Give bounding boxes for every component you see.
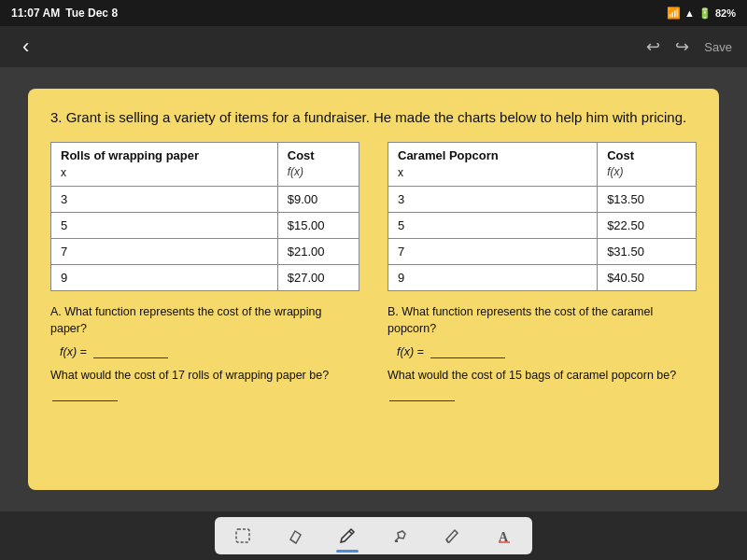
question-a-followup: What would the cost of 17 rolls of wrapp…: [50, 368, 359, 401]
question-text: Grant is selling a variety of items for …: [66, 109, 686, 125]
question-a-formula-label: f(x) =: [60, 345, 87, 358]
table-b-x-cell: 3: [388, 187, 598, 213]
question-a-followup-blank[interactable]: [52, 385, 118, 402]
svg-rect-0: [236, 529, 249, 542]
question-a-block: A. What function represents the cost of …: [50, 304, 359, 401]
eraser-tool[interactable]: [278, 523, 312, 549]
svg-line-1: [290, 539, 296, 543]
table-b-fx-cell: $31.50: [598, 239, 697, 265]
tables-section: Rolls of wrapping paper x Cost f(x) 3$9.…: [50, 142, 697, 291]
question-b-answer-blank[interactable]: [430, 344, 505, 358]
pen-tool[interactable]: [331, 523, 364, 549]
question-card: 3. Grant is selling a variety of items f…: [28, 89, 719, 490]
table-a-col2-header: Cost f(x): [277, 143, 359, 187]
table-row: 5$15.00: [51, 213, 359, 239]
table-a-fx-cell: $15.00: [277, 213, 359, 239]
table-row: 3$9.00: [51, 187, 359, 213]
table-a-block: Rolls of wrapping paper x Cost f(x) 3$9.…: [50, 142, 359, 291]
battery-icon: 🔋: [698, 7, 712, 20]
table-a-fx-cell: $9.00: [277, 187, 359, 213]
table-a-x-cell: 3: [51, 187, 278, 213]
svg-line-4: [446, 539, 448, 542]
table-row: 7$31.50: [388, 239, 697, 265]
table-b-x-cell: 7: [388, 239, 598, 265]
question-b-followup: What would the cost of 15 bags of carame…: [388, 368, 697, 401]
table-b-fx-cell: $22.50: [598, 213, 697, 239]
question-b-label: B. What function represents the cost of …: [388, 304, 697, 337]
table-row: 7$21.00: [51, 239, 359, 265]
table-b-col2-header: Cost f(x): [598, 143, 697, 187]
svg-line-2: [349, 531, 352, 534]
table-b-x-cell: 9: [388, 265, 598, 291]
date: Tue Dec 8: [65, 7, 118, 20]
select-tool[interactable]: [226, 523, 260, 549]
table-b-x-cell: 5: [388, 213, 598, 239]
table-a-col1-header: Rolls of wrapping paper x: [51, 143, 278, 187]
table-row: 9$27.00: [51, 265, 359, 291]
table-a: Rolls of wrapping paper x Cost f(x) 3$9.…: [50, 142, 359, 291]
question-b-block: B. What function represents the cost of …: [388, 304, 697, 401]
wifi-icon: 📶: [667, 7, 681, 20]
table-a-fx-cell: $27.00: [277, 265, 359, 291]
table-a-x-cell: 9: [51, 265, 278, 291]
table-row: 3$13.50: [388, 187, 697, 213]
question-b-formula: f(x) =: [388, 344, 697, 358]
table-b-block: Caramel Popcorn x Cost f(x) 3$13.505$22.…: [388, 142, 697, 291]
time: 11:07 AM: [11, 7, 60, 20]
table-b-fx-cell: $40.50: [598, 265, 697, 291]
highlighter-tool[interactable]: [383, 523, 416, 549]
main-content: 3. Grant is selling a variety of items f…: [0, 67, 747, 511]
table-b: Caramel Popcorn x Cost f(x) 3$13.505$22.…: [388, 142, 697, 291]
table-a-x-cell: 5: [51, 213, 278, 239]
bottom-toolbar: A: [0, 511, 747, 560]
status-right: 📶 ▲ 🔋 82%: [667, 7, 736, 20]
question-a-label: A. What function represents the cost of …: [50, 304, 359, 337]
status-left: 11:07 AM Tue Dec 8: [11, 7, 118, 20]
question-a-formula: f(x) =: [50, 344, 359, 358]
table-a-fx-cell: $21.00: [277, 239, 359, 265]
save-button[interactable]: Save: [704, 40, 732, 54]
text-tool[interactable]: A: [487, 523, 521, 549]
table-row: 9$40.50: [388, 265, 697, 291]
tool-panel: A: [215, 517, 532, 554]
back-button[interactable]: ‹: [15, 31, 36, 63]
table-a-x-cell: 7: [51, 239, 278, 265]
questions-section: A. What function represents the cost of …: [50, 304, 697, 401]
marker-tool[interactable]: [435, 523, 469, 549]
nav-bar: ‹ ↩ ↪ Save: [0, 26, 747, 67]
signal-icon: ▲: [684, 7, 695, 19]
question-a-answer-blank[interactable]: [93, 344, 168, 358]
status-bar: 11:07 AM Tue Dec 8 📶 ▲ 🔋 82%: [0, 0, 747, 26]
question-title: 3. Grant is selling a variety of items f…: [50, 107, 697, 127]
question-b-formula-label: f(x) =: [397, 345, 424, 358]
redo-button[interactable]: ↪: [675, 36, 689, 57]
question-number: 3.: [50, 109, 63, 125]
table-b-fx-cell: $13.50: [598, 187, 697, 213]
nav-left: ‹: [15, 31, 36, 63]
question-b-followup-blank[interactable]: [389, 385, 455, 402]
table-row: 5$22.50: [388, 213, 697, 239]
nav-right: ↩ ↪ Save: [646, 36, 732, 57]
table-b-col1-header: Caramel Popcorn x: [388, 143, 598, 187]
undo-button[interactable]: ↩: [646, 36, 660, 57]
battery-level: 82%: [715, 7, 736, 19]
